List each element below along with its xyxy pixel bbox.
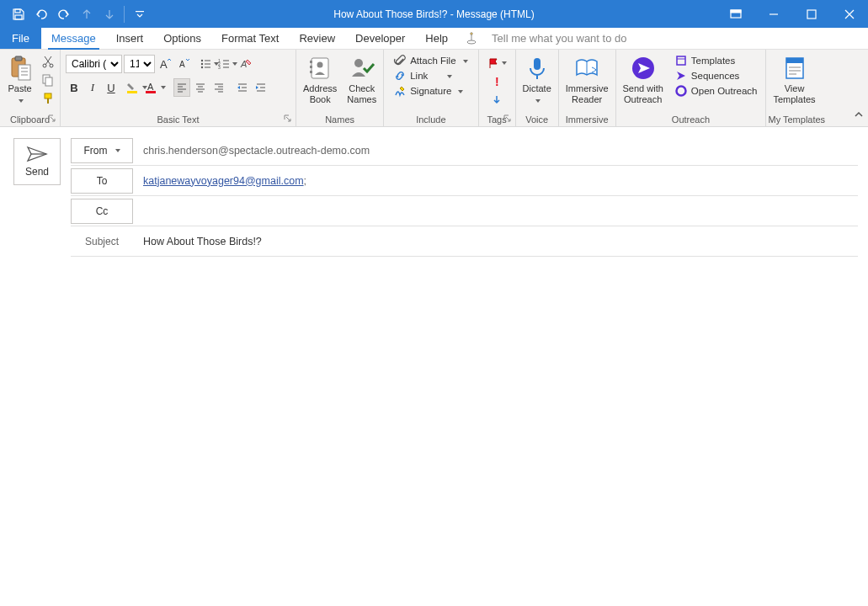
increase-font-icon[interactable]: A: [157, 55, 173, 73]
signature-button[interactable]: Signature: [389, 83, 468, 98]
cut-icon[interactable]: [40, 53, 56, 70]
group-immersive: Immersive Reader Immersive: [559, 50, 616, 126]
clear-formatting-icon[interactable]: A: [237, 55, 254, 73]
help-icon[interactable]: [458, 28, 485, 49]
from-value[interactable]: chris.henderson@spectacle.outreach-demo.…: [143, 141, 858, 160]
svg-point-28: [200, 60, 202, 61]
bullets-icon[interactable]: [200, 55, 217, 73]
italic-icon[interactable]: I: [84, 78, 101, 97]
cc-button[interactable]: Cc: [71, 199, 133, 224]
group-tags: ! Tags: [479, 50, 516, 126]
svg-text:A: A: [160, 58, 168, 71]
dictate-button[interactable]: Dictate: [518, 51, 556, 106]
next-icon[interactable]: [98, 3, 120, 25]
tab-developer[interactable]: Developer: [345, 28, 415, 49]
qat-customize-icon[interactable]: [128, 3, 151, 25]
message-body[interactable]: [0, 257, 868, 585]
launcher-icon[interactable]: [503, 114, 512, 123]
paste-button[interactable]: Paste: [2, 51, 38, 106]
recipient-chip[interactable]: katjanewayvoyager94@gmail.com: [143, 175, 304, 187]
send-with-outreach-button[interactable]: Send with Outreach: [618, 51, 668, 105]
svg-point-74: [676, 87, 685, 96]
sequences-button[interactable]: Sequences: [670, 68, 763, 83]
tab-file[interactable]: File: [0, 28, 41, 49]
collapse-ribbon-icon[interactable]: [853, 109, 865, 123]
decrease-font-icon[interactable]: A: [175, 55, 192, 73]
tab-insert[interactable]: Insert: [106, 28, 154, 49]
microphone-icon: [524, 55, 551, 82]
quick-access-toolbar: [0, 3, 151, 25]
from-row: From chris.henderson@spectacle.outreach-…: [71, 136, 858, 166]
templates-button[interactable]: Templates: [670, 53, 763, 68]
format-painter-icon[interactable]: [40, 90, 56, 107]
svg-rect-13: [15, 56, 22, 61]
font-color-icon[interactable]: A: [146, 78, 163, 97]
tab-format-text[interactable]: Format Text: [211, 28, 289, 49]
svg-point-11: [471, 32, 473, 35]
check-names-button[interactable]: Check Names: [342, 51, 381, 105]
close-icon[interactable]: [830, 0, 868, 28]
previous-icon[interactable]: [75, 3, 98, 25]
copy-icon[interactable]: [40, 72, 56, 88]
follow-up-icon[interactable]: [488, 55, 505, 72]
sequences-icon: [675, 70, 687, 82]
tab-message[interactable]: Message: [41, 28, 106, 49]
svg-point-67: [354, 59, 363, 67]
redo-icon[interactable]: [52, 3, 75, 25]
undo-icon[interactable]: [29, 3, 52, 25]
highlight-icon[interactable]: [128, 78, 145, 97]
send-button[interactable]: Send: [13, 138, 61, 185]
low-importance-icon[interactable]: [488, 92, 505, 109]
save-icon[interactable]: [7, 3, 29, 25]
high-importance-icon[interactable]: !: [488, 73, 505, 90]
tab-options[interactable]: Options: [153, 28, 211, 49]
svg-point-66: [317, 62, 323, 68]
increase-indent-icon[interactable]: [253, 78, 269, 97]
link-button[interactable]: Link: [389, 68, 457, 83]
svg-line-18: [45, 56, 51, 65]
to-field[interactable]: katjanewayvoyager94@gmail.com;: [143, 172, 858, 190]
font-size-select[interactable]: 11: [124, 55, 155, 73]
group-clipboard: Paste Clipboard: [0, 50, 61, 126]
launcher-icon[interactable]: [47, 114, 56, 123]
tell-me-input[interactable]: Tell me what you want to do: [485, 28, 633, 49]
minimize-icon[interactable]: [754, 0, 792, 28]
ribbon-display-icon[interactable]: [716, 0, 754, 28]
align-right-icon[interactable]: [210, 78, 227, 97]
maximize-icon[interactable]: [792, 0, 830, 28]
tab-help[interactable]: Help: [415, 28, 458, 49]
view-templates-button[interactable]: View Templates: [768, 51, 820, 105]
svg-point-9: [467, 40, 476, 44]
book-icon: [573, 55, 600, 82]
immersive-reader-button[interactable]: Immersive Reader: [561, 51, 614, 105]
group-outreach: Send with Outreach Templates Sequences O…: [616, 50, 767, 126]
group-my-templates: View Templates My Templates: [766, 50, 827, 126]
outreach-logo-icon: [675, 85, 687, 97]
to-button[interactable]: To: [71, 168, 133, 194]
underline-icon[interactable]: U: [103, 78, 120, 97]
ribbon-tabs: File Message Insert Options Format Text …: [0, 28, 868, 50]
tab-review[interactable]: Review: [289, 28, 345, 49]
svg-text:A: A: [240, 59, 247, 69]
launcher-icon[interactable]: [283, 114, 292, 123]
address-book-button[interactable]: Address Book: [298, 51, 342, 105]
cc-field[interactable]: [143, 208, 858, 215]
svg-text:!: !: [495, 75, 499, 88]
svg-rect-64: [310, 66, 312, 68]
window-title: How About Those Birds!? - Message (HTML): [333, 8, 535, 20]
numbering-icon[interactable]: 123: [219, 55, 236, 73]
window-controls: [716, 0, 868, 28]
font-name-select[interactable]: Calibri (Bod: [66, 55, 122, 73]
decrease-indent-icon[interactable]: [234, 78, 251, 97]
svg-rect-23: [45, 77, 52, 86]
align-left-icon[interactable]: [173, 78, 190, 97]
from-button[interactable]: From: [71, 138, 133, 163]
svg-rect-41: [127, 91, 137, 93]
subject-field[interactable]: How About Those Birds!?: [143, 232, 858, 251]
bold-icon[interactable]: B: [66, 78, 83, 97]
templates-icon: [675, 55, 687, 66]
open-outreach-button[interactable]: Open Outreach: [670, 83, 763, 98]
svg-point-21: [50, 64, 53, 67]
attach-file-button[interactable]: Attach File: [389, 53, 472, 68]
align-center-icon[interactable]: [192, 78, 209, 97]
